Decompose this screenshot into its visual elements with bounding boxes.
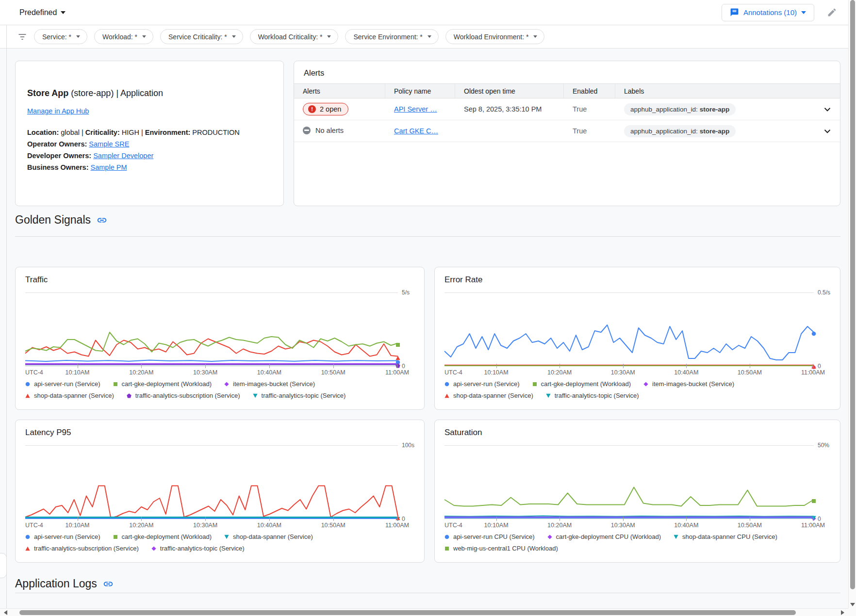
scroll-down-arrow[interactable] xyxy=(850,603,855,606)
chevron-down-icon xyxy=(428,35,431,38)
x-tick-mark xyxy=(560,364,560,368)
filter-chip-service-criticality[interactable]: Service Criticality: * xyxy=(160,29,243,44)
y-zero-label: 0 xyxy=(818,363,821,370)
triangle-up-icon xyxy=(25,393,30,398)
saturation-chart-plot[interactable] xyxy=(444,445,814,519)
legend-item[interactable]: web-mig-us-central1 CPU (Workload) xyxy=(444,545,558,552)
filter-chip-workload-environment[interactable]: Workload Environment: * xyxy=(445,29,545,44)
x-tick-mark xyxy=(333,517,334,521)
legend-item[interactable]: api-server-run CPU (Service) xyxy=(444,533,535,540)
label-pill: apphub_application_id: store-app xyxy=(624,103,736,115)
triangle-down-icon xyxy=(674,535,678,539)
legend-item[interactable]: shop-data-spanner (Service) xyxy=(25,392,114,399)
legend-item[interactable]: api-server-run (Service) xyxy=(25,533,100,540)
x-tick-mark xyxy=(496,364,497,368)
view-selector-dropdown[interactable]: Predefined xyxy=(19,8,66,17)
horizontal-scrollbar[interactable] xyxy=(0,608,848,616)
x-axis: UTC-410:10AM10:20AM10:30AM10:40AM10:50AM… xyxy=(25,519,398,531)
x-tick-label: 10:40AM xyxy=(674,522,698,529)
legend-row: shop-data-spanner (Service)traffic-analy… xyxy=(444,392,830,399)
manage-in-app-hub-link[interactable]: Manage in App Hub xyxy=(27,107,89,115)
legend-item[interactable]: shop-data-spanner (Service) xyxy=(444,392,533,399)
filter-chip-label: Service Environment: * xyxy=(353,33,422,41)
legend-item[interactable]: traffic-analytics-subscription (Service) xyxy=(25,545,139,552)
policy-link[interactable]: API Server … xyxy=(394,105,437,113)
link-icon[interactable] xyxy=(103,579,114,589)
edit-button[interactable] xyxy=(826,7,838,18)
link-icon[interactable] xyxy=(97,215,107,226)
legend-item[interactable]: api-server-run (Service) xyxy=(25,380,100,388)
column-header-alerts: Alerts xyxy=(294,84,385,98)
label-value: store-app xyxy=(700,128,730,135)
filter-chip-workload-criticality[interactable]: Workload Criticality: * xyxy=(250,29,339,44)
timezone-label: UTC-4 xyxy=(25,522,43,529)
traffic-chart-card: Traffic 5/s 0 UTC-410:10AM10:20AM10:30AM… xyxy=(15,267,425,410)
column-header-policy-name: Policy name xyxy=(385,84,455,98)
environment-value: PRODUCTION xyxy=(190,129,240,136)
operator-owner-link[interactable]: Sample SRE xyxy=(89,140,129,148)
legend-item[interactable]: cart-gke-deployment (Workload) xyxy=(532,380,631,388)
scroll-right-arrow[interactable] xyxy=(841,610,844,615)
business-owner-link[interactable]: Sample PM xyxy=(91,163,127,171)
policy-link[interactable]: Cart GKE C… xyxy=(394,127,438,135)
latency-chart-plot[interactable] xyxy=(25,445,398,519)
legend-item[interactable]: api-server-run (Service) xyxy=(444,380,520,388)
criticality-value: HIGH | xyxy=(120,129,145,136)
application-attributes: Location: global | Criticality: HIGH | E… xyxy=(27,127,272,138)
chart-legend: api-server-run (Service)cart-gke-deploym… xyxy=(444,380,830,399)
latency-chart-card: Latency P95 100s 0 UTC-410:10AM10:20AM10… xyxy=(15,420,425,563)
legend-row: api-server-run (Service)cart-gke-deploym… xyxy=(444,380,830,388)
legend-item[interactable]: cart-gke-deployment CPU (Workload) xyxy=(547,533,661,540)
x-axis: UTC-410:10AM10:20AM10:30AM10:40AM10:50AM… xyxy=(25,366,398,378)
filter-chip-service-environment[interactable]: Service Environment: * xyxy=(345,29,438,44)
legend-item[interactable]: traffic-analytics-topic (Service) xyxy=(151,545,245,552)
legend-label: api-server-run (Service) xyxy=(34,380,100,388)
x-tick-label: 10:10AM xyxy=(484,522,509,529)
x-tick-label: 10:10AM xyxy=(484,369,509,376)
legend-item[interactable]: item-images-bucket (Service) xyxy=(643,380,734,388)
column-header-enabled: Enabled xyxy=(564,84,615,98)
golden-signals-header: Golden Signals xyxy=(15,213,107,227)
collapsed-side-panel[interactable] xyxy=(0,553,7,578)
x-tick-mark xyxy=(496,517,497,521)
legend-item[interactable]: traffic-analytics-subscription (Service) xyxy=(127,392,240,399)
expand-row-button[interactable] xyxy=(815,126,840,136)
developer-owner-link[interactable]: Sampler Developer xyxy=(93,152,153,160)
open-alerts-count: 2 open xyxy=(320,105,341,113)
chart-legend: api-server-run (Service)cart-gke-deploym… xyxy=(25,380,414,399)
chevron-down-icon xyxy=(327,35,331,38)
legend-item[interactable]: traffic-analytics-topic (Service) xyxy=(546,392,639,399)
annotations-button[interactable]: Annotations (10) xyxy=(722,4,814,21)
diamond-icon xyxy=(547,535,552,539)
legend-item[interactable]: shop-data-spanner (Service) xyxy=(224,533,313,540)
x-tick-mark xyxy=(333,364,334,368)
legend-item[interactable]: traffic-analytics-topic (Service) xyxy=(253,392,346,399)
filter-chip-service[interactable]: Service: * xyxy=(34,29,87,44)
triangle-down-icon xyxy=(546,393,551,398)
square-icon xyxy=(113,535,118,539)
horizontal-scrollbar-thumb[interactable] xyxy=(19,610,796,615)
vertical-scrollbar[interactable] xyxy=(848,0,856,608)
legend-row: web-mig-us-central1 CPU (Workload) xyxy=(444,545,830,552)
x-tick-mark xyxy=(269,517,270,521)
y-axis-labels: 50% 0 xyxy=(814,445,830,519)
legend-label: cart-gke-deployment CPU (Workload) xyxy=(556,533,661,540)
x-tick-label: 11:00AM xyxy=(385,522,409,529)
circle-icon xyxy=(25,535,30,539)
vertical-scrollbar-thumb[interactable] xyxy=(850,0,855,589)
legend-item[interactable]: shop-data-spanner CPU (Service) xyxy=(674,533,777,540)
error-rate-chart-plot[interactable] xyxy=(444,292,814,366)
expand-row-button[interactable] xyxy=(815,104,840,114)
legend-label: shop-data-spanner (Service) xyxy=(453,392,533,399)
series-line xyxy=(25,486,398,518)
filter-chip-workload[interactable]: Workload: * xyxy=(94,29,153,44)
legend-item[interactable]: item-images-bucket (Service) xyxy=(224,380,315,388)
filter-icon xyxy=(17,32,27,42)
traffic-chart-plot[interactable] xyxy=(25,292,398,366)
chart-title: Saturation xyxy=(444,428,830,438)
legend-item[interactable]: cart-gke-deployment (Workload) xyxy=(113,533,212,540)
circle-icon xyxy=(25,382,30,387)
legend-item[interactable]: cart-gke-deployment (Workload) xyxy=(113,380,212,388)
scroll-left-arrow[interactable] xyxy=(4,610,7,615)
chevron-down-icon xyxy=(801,11,806,14)
